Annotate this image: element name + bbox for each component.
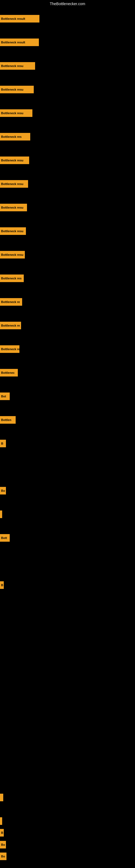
bottleneck-label-1: Bottleneck result: [1, 41, 25, 44]
bottleneck-bar-1: Bottleneck result: [0, 38, 39, 46]
bottleneck-bar-21: [0, 510, 2, 518]
bottleneck-label-7: Bottleneck resu: [1, 182, 24, 186]
bottleneck-label-12: Bottleneck re: [1, 300, 20, 304]
bottleneck-bar-5: Bottleneck res: [0, 133, 30, 141]
bottleneck-bar-15: Bottlenec: [0, 369, 18, 376]
bottleneck-label-36: Bo: [1, 843, 5, 846]
bottleneck-bar-8: Bottleneck resu: [0, 204, 27, 211]
bottleneck-bar-33: [0, 794, 3, 801]
bottleneck-bar-16: Bot: [0, 393, 10, 400]
bottleneck-bar-9: Bottleneck resu: [0, 227, 26, 235]
bottleneck-label-22: Bott: [1, 536, 7, 539]
bottleneck-bar-22: Bott: [0, 534, 10, 542]
bottleneck-bar-11: Bottleneck res: [0, 275, 24, 282]
bottleneck-bar-20: Bo: [0, 487, 6, 495]
bottleneck-label-37: Bo: [1, 855, 5, 858]
bottleneck-bar-17: Bottlen: [0, 416, 16, 424]
bottleneck-bar-37: Bo: [0, 852, 6, 860]
bottleneck-label-15: Bottlenec: [1, 371, 14, 374]
bottleneck-label-6: Bottleneck resu: [1, 159, 24, 162]
bottleneck-label-20: Bo: [1, 489, 5, 492]
bottleneck-label-5: Bottleneck res: [1, 135, 21, 138]
bottleneck-bar-4: Bottleneck resu: [0, 109, 32, 117]
bottleneck-label-0: Bottleneck result: [1, 17, 25, 20]
bottleneck-bar-36: Bo: [0, 841, 6, 848]
bottleneck-label-18: B: [1, 442, 3, 445]
bottleneck-label-13: Bottleneck re: [1, 324, 20, 327]
bottleneck-label-35: B: [1, 831, 3, 834]
bottleneck-bar-12: Bottleneck re: [0, 298, 22, 306]
bottleneck-bar-3: Bottleneck resu: [0, 86, 34, 93]
bottleneck-bar-7: Bottleneck resu: [0, 180, 28, 188]
bottleneck-bar-2: Bottleneck resu: [0, 62, 35, 70]
bottleneck-label-3: Bottleneck resu: [1, 88, 24, 91]
bottleneck-bar-14: Bottleneck re: [0, 345, 19, 353]
bottleneck-label-17: Bottlen: [1, 418, 11, 422]
bottleneck-bar-18: B: [0, 440, 6, 447]
bottleneck-bar-13: Bottleneck re: [0, 322, 21, 329]
bottleneck-bar-34: [0, 817, 2, 825]
bottleneck-label-2: Bottleneck resu: [1, 64, 24, 67]
bottleneck-bar-35: B: [0, 829, 4, 837]
bottleneck-bar-6: Bottleneck resu: [0, 156, 29, 164]
bottleneck-label-10: Bottleneck resu: [1, 253, 24, 256]
bottleneck-label-16: Bot: [1, 395, 6, 398]
bottleneck-label-9: Bottleneck resu: [1, 229, 24, 233]
bottleneck-label-11: Bottleneck res: [1, 277, 21, 280]
bottleneck-bar-10: Bottleneck resu: [0, 251, 25, 258]
bottleneck-bar-0: Bottleneck result: [0, 15, 39, 23]
bottleneck-label-14: Bottleneck re: [1, 347, 19, 351]
bottleneck-label-8: Bottleneck resu: [1, 206, 24, 209]
site-title: TheBottlenecker.com: [0, 0, 135, 8]
bottleneck-label-24: B: [1, 584, 3, 587]
bottleneck-bar-24: B: [0, 581, 4, 589]
bottleneck-label-4: Bottleneck resu: [1, 112, 24, 115]
